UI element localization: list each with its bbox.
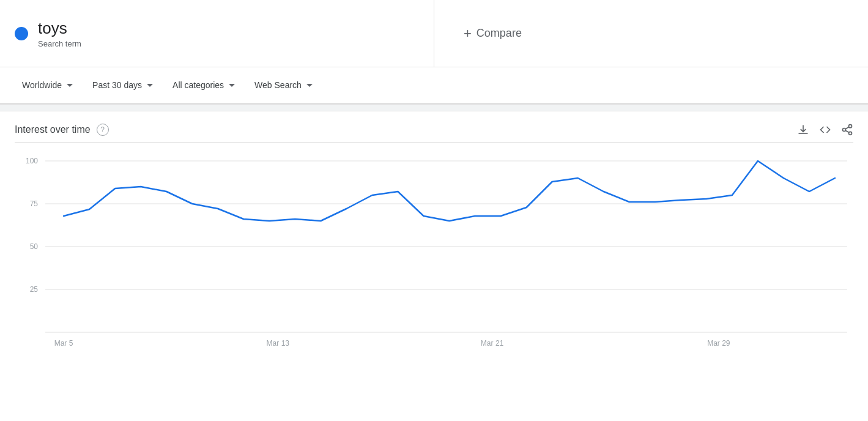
chart-header: Interest over time ?	[15, 111, 853, 143]
category-label: All categories	[172, 80, 224, 90]
trend-line	[64, 161, 835, 221]
time-range-filter[interactable]: Past 30 days	[85, 75, 160, 95]
help-icon[interactable]: ?	[97, 124, 109, 136]
embed-button[interactable]	[819, 124, 831, 136]
chart-section: Interest over time ?	[0, 111, 868, 357]
chart-title: Interest over time	[15, 124, 91, 135]
region-label: Worldwide	[22, 80, 62, 90]
embed-icon	[819, 124, 831, 136]
compare-plus-icon: +	[464, 26, 472, 42]
svg-text:100: 100	[26, 157, 38, 165]
section-divider	[0, 104, 868, 111]
search-type-label: Web Search	[254, 80, 302, 90]
download-button[interactable]	[797, 124, 809, 136]
header: toys Search term + Compare	[0, 0, 868, 67]
chart-svg: 100 75 50 25 Mar 5 Mar 13 Mar 21 Mar 29	[15, 149, 853, 357]
region-chevron-icon	[67, 84, 73, 87]
region-filter[interactable]: Worldwide	[15, 75, 80, 95]
svg-text:Mar 21: Mar 21	[481, 339, 504, 348]
chart-title-row: Interest over time ?	[15, 124, 109, 136]
category-filter[interactable]: All categories	[165, 75, 242, 95]
svg-point-1	[843, 129, 846, 132]
svg-text:75: 75	[30, 199, 39, 208]
svg-point-0	[849, 125, 852, 128]
svg-text:Mar 13: Mar 13	[267, 339, 290, 348]
svg-line-4	[845, 127, 849, 129]
term-name: toys	[38, 19, 81, 38]
svg-line-3	[845, 130, 849, 132]
search-term-section: toys Search term	[0, 0, 434, 67]
time-range-label: Past 30 days	[92, 80, 142, 90]
category-chevron-icon	[229, 84, 235, 87]
svg-point-2	[849, 132, 852, 135]
compare-label: Compare	[477, 27, 522, 40]
chart-container: 100 75 50 25 Mar 5 Mar 13 Mar 21 Mar 29	[15, 149, 853, 357]
svg-text:Mar 29: Mar 29	[707, 339, 730, 348]
filters-bar: Worldwide Past 30 days All categories We…	[0, 67, 868, 104]
term-type: Search term	[38, 39, 81, 48]
share-button[interactable]	[841, 124, 853, 136]
chart-actions	[797, 124, 853, 136]
svg-text:50: 50	[30, 242, 39, 251]
term-info: toys Search term	[38, 19, 81, 48]
svg-text:25: 25	[30, 285, 39, 294]
term-color-dot	[15, 27, 28, 40]
share-icon	[841, 124, 853, 136]
search-type-chevron-icon	[306, 84, 313, 87]
svg-text:Mar 5: Mar 5	[54, 339, 73, 348]
time-range-chevron-icon	[147, 84, 153, 87]
download-icon	[797, 124, 809, 136]
compare-button[interactable]: + Compare	[464, 26, 522, 42]
compare-section: + Compare	[434, 26, 868, 42]
search-type-filter[interactable]: Web Search	[247, 75, 320, 95]
